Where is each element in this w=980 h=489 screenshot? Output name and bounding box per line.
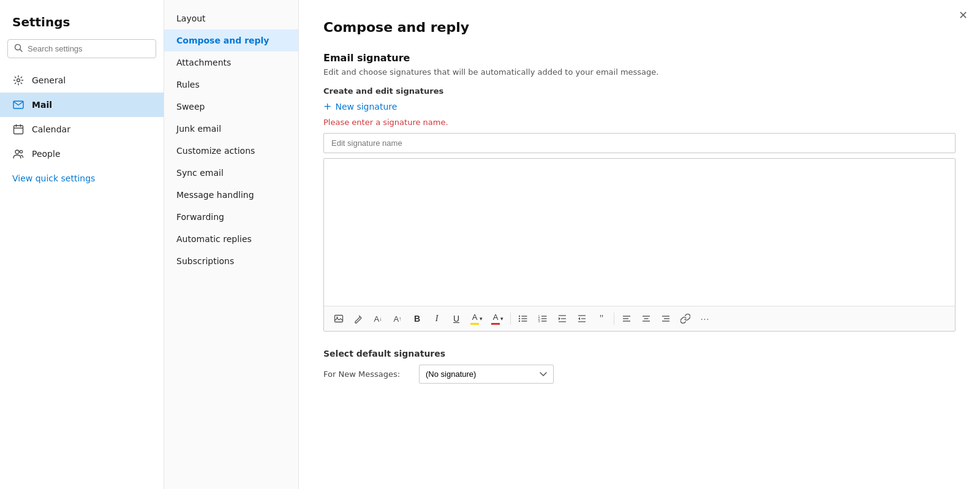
toolbar-divider-1 — [510, 313, 511, 325]
plus-icon: + — [323, 102, 331, 112]
sidebar-item-people[interactable]: People — [0, 142, 164, 166]
mid-nav-junk-email[interactable]: Junk email — [164, 118, 298, 140]
mid-nav-forwarding[interactable]: Forwarding — [164, 206, 298, 228]
mid-nav-subscriptions[interactable]: Subscriptions — [164, 250, 298, 272]
close-button[interactable]: ✕ — [959, 10, 968, 21]
toolbar-divider-2 — [614, 313, 614, 325]
mid-nav-rules[interactable]: Rules — [164, 74, 298, 96]
mid-nav-attachments[interactable]: Attachments — [164, 51, 298, 74]
sidebar-item-label-mail: Mail — [32, 100, 52, 110]
editor-toolbar: A↓ A↑ B I U A — [324, 306, 955, 331]
new-signature-label: New signature — [335, 102, 397, 112]
sidebar-item-label-general: General — [32, 75, 66, 85]
svg-rect-10 — [335, 316, 343, 322]
svg-point-13 — [519, 318, 520, 319]
email-signature-title: Email signature — [323, 52, 956, 64]
toolbar-italic-button[interactable]: I — [428, 310, 445, 327]
view-quick-settings-link[interactable]: View quick settings — [0, 169, 164, 188]
toolbar-font-color-button[interactable]: A ▾ — [488, 310, 507, 327]
toolbar-underline-button[interactable]: U — [448, 310, 465, 327]
svg-point-14 — [519, 320, 520, 322]
signature-name-input[interactable] — [323, 133, 956, 153]
toolbar-font-size-increase[interactable]: A↑ — [389, 310, 406, 327]
main-content: ✕ Compose and reply Email signature Edit… — [299, 0, 980, 489]
mid-nav-customize-actions[interactable]: Customize actions — [164, 140, 298, 162]
toolbar-decrease-indent-button[interactable] — [554, 310, 571, 327]
for-new-messages-label: For New Messages: — [323, 370, 409, 379]
svg-point-12 — [519, 316, 520, 317]
new-signature-button[interactable]: + New signature — [323, 102, 397, 112]
mid-nav-message-handling[interactable]: Message handling — [164, 184, 298, 206]
mid-nav: Layout Compose and reply Attachments Rul… — [164, 0, 299, 489]
toolbar-numbering-button[interactable]: 1.2.3. — [534, 310, 551, 327]
email-signature-desc: Edit and choose signatures that will be … — [323, 67, 956, 77]
search-box[interactable] — [7, 39, 156, 58]
toolbar-font-size-decrease[interactable]: A↓ — [369, 310, 386, 327]
svg-point-8 — [15, 150, 19, 154]
mid-nav-automatic-replies[interactable]: Automatic replies — [164, 228, 298, 250]
svg-text:3.: 3. — [538, 319, 541, 323]
toolbar-align-right-button[interactable] — [657, 310, 674, 327]
page-title: Compose and reply — [323, 20, 956, 35]
mid-nav-sync-email[interactable]: Sync email — [164, 162, 298, 184]
mid-nav-layout[interactable]: Layout — [164, 7, 298, 29]
svg-rect-4 — [14, 126, 23, 134]
select-default-section: Select default signatures For New Messag… — [323, 349, 956, 384]
toolbar-quote-button[interactable]: " — [593, 310, 610, 327]
toolbar-bullets-button[interactable] — [514, 310, 532, 327]
mid-nav-compose-reply[interactable]: Compose and reply — [164, 29, 298, 51]
toolbar-eraser-button[interactable] — [350, 310, 367, 327]
sidebar-item-general[interactable]: General — [0, 68, 164, 93]
email-signature-section: Email signature Edit and choose signatur… — [323, 52, 956, 332]
toolbar-link-button[interactable] — [677, 310, 694, 327]
for-new-messages-select[interactable]: (No signature) — [419, 365, 554, 384]
search-input[interactable] — [28, 44, 149, 53]
mail-icon — [12, 99, 24, 111]
signature-editor-area[interactable] — [324, 159, 955, 306]
svg-line-1 — [20, 50, 23, 52]
search-icon — [14, 44, 23, 54]
mid-nav-sweep[interactable]: Sweep — [164, 96, 298, 118]
create-edit-label: Create and edit signatures — [323, 86, 956, 96]
svg-point-9 — [20, 150, 22, 153]
sidebar-item-label-calendar: Calendar — [32, 124, 70, 134]
sidebar-item-calendar[interactable]: Calendar — [0, 117, 164, 142]
toolbar-increase-indent-button[interactable] — [573, 310, 590, 327]
toolbar-align-left-button[interactable] — [618, 310, 635, 327]
toolbar-highlight-button[interactable]: A ▾ — [467, 310, 486, 327]
calendar-icon — [12, 123, 24, 135]
select-default-title: Select default signatures — [323, 349, 956, 358]
people-icon — [12, 148, 24, 160]
settings-title: Settings — [0, 10, 164, 39]
toolbar-align-center-button[interactable] — [638, 310, 655, 327]
signature-error-text: Please enter a signature name. — [323, 118, 956, 127]
for-new-messages-row: For New Messages: (No signature) — [323, 365, 956, 384]
svg-point-11 — [336, 317, 337, 318]
sidebar-item-mail[interactable]: Mail — [0, 93, 164, 117]
gear-icon — [12, 74, 24, 86]
signature-editor: A↓ A↑ B I U A — [323, 158, 956, 332]
svg-point-2 — [17, 79, 20, 82]
toolbar-more-button[interactable]: ··· — [696, 310, 714, 327]
sidebar-item-label-people: People — [32, 149, 61, 159]
toolbar-image-button[interactable] — [330, 310, 347, 327]
settings-sidebar: Settings General Mail — [0, 0, 164, 489]
toolbar-bold-button[interactable]: B — [409, 310, 426, 327]
